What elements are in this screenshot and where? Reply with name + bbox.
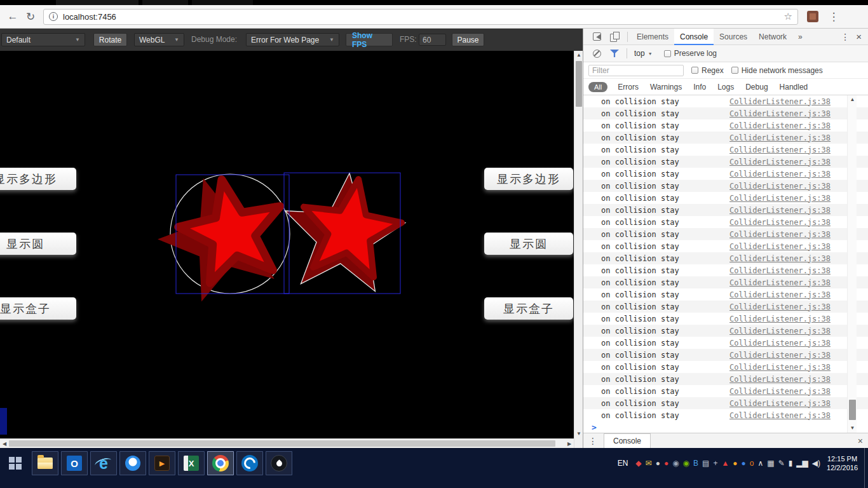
devtools-tab-console[interactable]: Console <box>674 29 714 45</box>
console-source-link[interactable]: ColliderListener.js:38 <box>729 206 831 215</box>
console-source-link[interactable]: ColliderListener.js:38 <box>729 109 831 118</box>
game-button-right-3[interactable]: 显示盒子 <box>484 297 573 320</box>
page-info-icon[interactable]: i <box>49 12 58 21</box>
console-source-link[interactable]: ColliderListener.js:38 <box>729 315 831 323</box>
console-source-link[interactable]: ColliderListener.js:38 <box>729 121 831 130</box>
devtools-close-icon[interactable]: × <box>856 31 862 42</box>
game-button-left-3[interactable]: 显示盒子 <box>0 297 76 320</box>
scrollbar-thumb[interactable] <box>849 400 856 420</box>
browser-menu-icon[interactable]: ⋮ <box>825 10 843 24</box>
scroll-left-icon[interactable]: ◀ <box>0 439 9 449</box>
scene-select[interactable]: Default ▼ <box>1 33 85 46</box>
tray-globe-icon[interactable]: ◉ <box>672 459 679 467</box>
console-source-link[interactable]: ColliderListener.js:38 <box>729 327 831 336</box>
game-button-left-2[interactable]: 显示圆 <box>0 233 76 255</box>
regex-checkbox[interactable] <box>691 67 698 74</box>
device-toolbar-icon[interactable] <box>610 32 620 41</box>
back-icon[interactable]: ← <box>4 10 22 23</box>
taskbar-app-qq-browser[interactable] <box>119 451 146 475</box>
console-source-link[interactable]: ColliderListener.js:38 <box>729 387 831 396</box>
show-fps-button[interactable]: Show FPS <box>346 33 393 46</box>
taskbar-app-file-explorer[interactable] <box>32 451 58 475</box>
game-button-right-2[interactable]: 显示圆 <box>484 233 573 255</box>
taskbar-app-internet-explorer[interactable]: e <box>90 451 117 475</box>
console-prompt[interactable]: > <box>583 421 868 433</box>
console-source-link[interactable]: ColliderListener.js:38 <box>729 399 831 408</box>
console-source-link[interactable]: ColliderListener.js:38 <box>729 278 831 287</box>
tray-antivirus-icon[interactable]: ◆ <box>635 459 641 467</box>
console-level-logs[interactable]: Logs <box>717 83 734 92</box>
game-button-right-1[interactable]: 显示多边形 <box>484 168 573 190</box>
taskbar-app-chrome[interactable] <box>207 451 234 475</box>
reload-icon[interactable]: ↻ <box>22 10 39 24</box>
scroll-up-icon[interactable]: ▲ <box>574 51 583 60</box>
console-source-link[interactable]: ColliderListener.js:38 <box>729 182 831 191</box>
console-level-handled[interactable]: Handled <box>780 83 808 92</box>
renderer-select[interactable]: WebGL ▼ <box>134 33 184 46</box>
console-level-all[interactable]: All <box>588 82 607 92</box>
rotate-button[interactable]: Rotate <box>93 33 127 46</box>
scroll-up-icon[interactable]: ▲ <box>848 95 857 104</box>
tray-music-icon[interactable]: ● <box>664 459 668 467</box>
taskbar-clock[interactable]: 12:15 PM 12/2/2016 <box>827 451 858 475</box>
scroll-down-icon[interactable]: ▼ <box>574 430 583 438</box>
tray-volume-icon[interactable]: ◀) <box>812 459 820 467</box>
hide-network-checkbox[interactable] <box>731 67 738 74</box>
tray-bluetooth-icon[interactable]: B <box>693 459 698 467</box>
pause-button[interactable]: Pause <box>452 33 484 46</box>
console-source-link[interactable]: ColliderListener.js:38 <box>729 290 831 299</box>
scrollbar-thumb[interactable] <box>9 440 555 447</box>
tray-keyboard-icon[interactable]: ▤ <box>702 459 709 467</box>
devtools-tab-elements[interactable]: Elements <box>631 29 674 45</box>
console-level-info[interactable]: Info <box>693 83 706 92</box>
taskbar-app-skype[interactable] <box>236 451 263 475</box>
console-source-link[interactable]: ColliderListener.js:38 <box>729 266 831 275</box>
page-vertical-scrollbar[interactable]: ▲ ▼ <box>574 51 583 448</box>
page-horizontal-scrollbar[interactable]: ◀ ▶ <box>0 438 574 448</box>
extension-icon[interactable] <box>807 11 818 22</box>
console-source-link[interactable]: ColliderListener.js:38 <box>729 133 831 142</box>
console-source-link[interactable]: ColliderListener.js:38 <box>729 302 831 311</box>
drawer-menu-icon[interactable]: ⋮ <box>588 436 597 446</box>
console-source-link[interactable]: ColliderListener.js:38 <box>729 230 831 239</box>
taskbar-app-water-drop[interactable] <box>266 451 292 475</box>
console-level-errors[interactable]: Errors <box>618 83 639 92</box>
console-source-link[interactable]: ColliderListener.js:38 <box>729 254 831 263</box>
console-source-link[interactable]: ColliderListener.js:38 <box>729 351 831 360</box>
execution-context-select[interactable]: top ▼ <box>634 49 653 58</box>
debug-mode-select[interactable]: Error For Web Page ▼ <box>246 33 339 46</box>
devtools-tabs-overflow-icon[interactable]: » <box>792 29 808 45</box>
console-source-link[interactable]: ColliderListener.js:38 <box>729 339 831 348</box>
tray-drive-icon[interactable]: ● <box>742 459 746 467</box>
console-source-link[interactable]: ColliderListener.js:38 <box>729 158 831 166</box>
address-bar[interactable]: i localhost:7456 ☆ <box>43 9 798 25</box>
tray-mail-icon[interactable]: ✉ <box>646 459 652 467</box>
console-source-link[interactable]: ColliderListener.js:38 <box>729 146 831 154</box>
console-source-link[interactable]: ColliderListener.js:38 <box>729 375 831 384</box>
devtools-tab-network[interactable]: Network <box>753 29 792 45</box>
tray-battery-icon[interactable]: ▮ <box>789 459 793 467</box>
devtools-tab-sources[interactable]: Sources <box>714 29 753 45</box>
clear-console-icon[interactable] <box>593 50 601 58</box>
scroll-down-icon[interactable]: ▼ <box>848 424 857 433</box>
fps-input[interactable] <box>419 34 446 46</box>
tray-ime-icon[interactable]: ▦ <box>767 459 774 467</box>
console-source-link[interactable]: ColliderListener.js:38 <box>729 194 831 203</box>
tray-tools-icon[interactable]: + <box>713 459 717 467</box>
tray-cloud-icon[interactable]: ● <box>733 459 737 467</box>
preserve-log-checkbox[interactable] <box>664 50 671 57</box>
console-source-link[interactable]: ColliderListener.js:38 <box>729 363 831 372</box>
devtools-menu-icon[interactable]: ⋮ <box>841 32 850 42</box>
console-source-link[interactable]: ColliderListener.js:38 <box>729 170 831 179</box>
drawer-tab-console[interactable]: Console <box>604 433 651 448</box>
tray-sync-icon[interactable]: ● <box>656 459 660 467</box>
console-source-link[interactable]: ColliderListener.js:38 <box>729 242 831 251</box>
filter-icon[interactable] <box>610 50 619 57</box>
console-source-link[interactable]: ColliderListener.js:38 <box>729 97 831 106</box>
console-scrollbar[interactable]: ▲ ▼ <box>847 95 857 433</box>
tray-alert-icon[interactable]: ▲ <box>721 459 729 467</box>
bookmark-star-icon[interactable]: ☆ <box>784 11 792 22</box>
tray-pen-icon[interactable]: ✎ <box>778 459 785 467</box>
filter-input[interactable] <box>588 65 684 76</box>
scrollbar-thumb[interactable] <box>576 61 582 107</box>
